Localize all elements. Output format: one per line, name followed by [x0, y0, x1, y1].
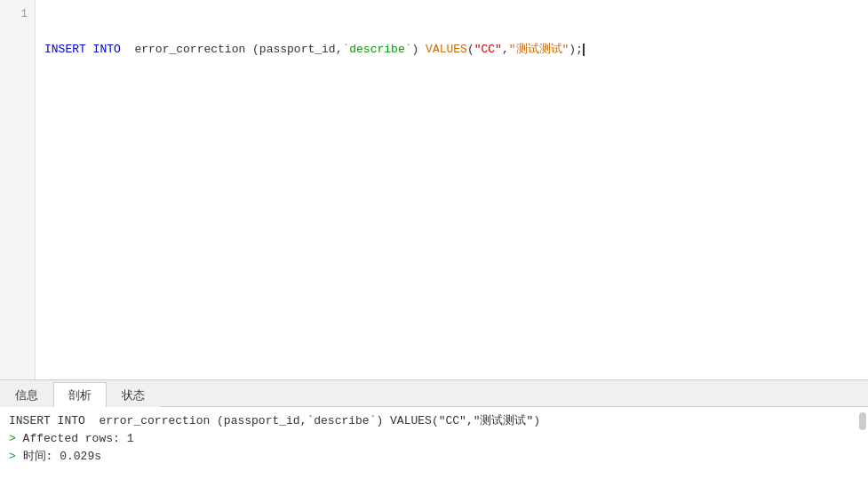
string-cc: "CC" [474, 41, 502, 59]
keyword-values: VALUES [426, 41, 467, 59]
line-number-1: 1 [0, 5, 28, 23]
semicolon: ); [569, 41, 585, 59]
output-affected: Affected rows: 1 [23, 432, 134, 445]
string-chinese: "测试测试" [509, 41, 569, 59]
scroll-indicator [859, 412, 866, 430]
code-text: error_correction (passport_id, [121, 41, 343, 59]
comma: , [502, 41, 509, 59]
output-gt-2: > [9, 450, 23, 463]
output-line-1: INSERT INTO error_correction (passport_i… [9, 412, 859, 430]
code-content[interactable]: INSERT INTO error_correction (passport_i… [36, 0, 868, 379]
output-gt-1: > [9, 432, 23, 445]
bottom-panel: 信息 剖析 状态 INSERT INTO error_correction (p… [0, 379, 868, 495]
paren-open: ( [467, 41, 474, 59]
editor-area[interactable]: 1 INSERT INTO error_correction (passport… [0, 0, 868, 379]
tab-profile[interactable]: 剖析 [53, 382, 107, 407]
output-line-3: > 时间: 0.029s [9, 448, 859, 466]
output-time: 时间: 0.029s [23, 450, 101, 463]
output-sql: INSERT INTO error_correction (passport_i… [9, 414, 540, 427]
tab-info[interactable]: 信息 [0, 382, 53, 407]
tab-status[interactable]: 状态 [107, 382, 160, 407]
code-line-1: INSERT INTO error_correction (passport_i… [44, 41, 859, 59]
line-numbers: 1 [0, 0, 36, 379]
output-line-2: > Affected rows: 1 [9, 430, 859, 448]
tabs-bar: 信息 剖析 状态 [0, 380, 868, 407]
keyword-insert: INSERT INTO [44, 41, 121, 59]
output-area: INSERT INTO error_correction (passport_i… [0, 407, 868, 495]
code-text-2: ) [411, 41, 426, 59]
cursor [583, 44, 585, 56]
backtick-field: `describe` [342, 41, 411, 59]
